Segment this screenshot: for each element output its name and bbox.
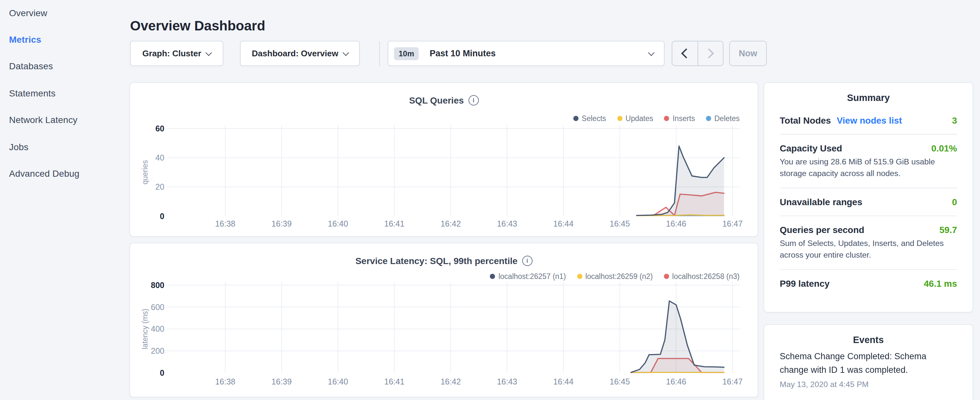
svg-text:16:40: 16:40 — [328, 377, 348, 386]
sidebar-nav: Overview Metrics Databases Statements Ne… — [0, 0, 129, 400]
svg-text:800: 800 — [151, 280, 164, 290]
sql-queries-chart: 16:3816:3916:4016:4116:4216:4316:4416:45… — [130, 83, 758, 236]
sidebar-item-network-latency[interactable]: Network Latency — [9, 115, 78, 125]
graph-dropdown-label: Graph: Cluster — [142, 49, 201, 58]
svg-text:60: 60 — [155, 124, 164, 133]
event-message: Schema Change Completed: Schema change w… — [780, 350, 957, 377]
series-Selects — [637, 146, 724, 216]
summary-label: Queries per second — [780, 225, 864, 235]
now-button[interactable]: Now — [729, 41, 767, 66]
sidebar-item-advanced-debug[interactable]: Advanced Debug — [9, 168, 80, 178]
dashboard-dropdown[interactable]: Dashboard: Overview — [240, 41, 360, 66]
sidebar-item-databases[interactable]: Databases — [9, 61, 53, 71]
svg-text:200: 200 — [151, 346, 164, 355]
svg-text:16:45: 16:45 — [609, 377, 630, 386]
summary-description: You are using 28.6 MiB of 515.9 GiB usab… — [780, 157, 957, 179]
svg-text:0: 0 — [160, 212, 164, 221]
chevron-right-icon — [704, 48, 714, 58]
sidebar-item-statements[interactable]: Statements — [9, 88, 56, 98]
time-back-button[interactable] — [672, 41, 697, 65]
service-latency-chart: 16:3816:3916:4016:4116:4216:4316:4416:45… — [130, 243, 758, 397]
summary-row-p99-latency: P99 latency 46.1 ms — [780, 269, 957, 297]
time-range-selector[interactable]: 10m Past 10 Minutes — [388, 41, 665, 66]
svg-text:16:44: 16:44 — [553, 219, 574, 228]
dashboard-dropdown-label: Dashboard: Overview — [252, 49, 338, 58]
summary-label: Unavailable ranges — [780, 197, 862, 207]
svg-text:400: 400 — [151, 324, 164, 333]
chevron-left-icon — [681, 48, 691, 58]
summary-row-total-nodes: Total Nodes View nodes list 3 — [780, 107, 957, 134]
event-timestamp: May 13, 2020 at 4:45 PM — [780, 380, 957, 389]
svg-text:16:39: 16:39 — [272, 377, 292, 386]
svg-text:16:41: 16:41 — [384, 377, 405, 386]
time-range-badge: 10m — [394, 47, 418, 60]
events-title: Events — [780, 335, 957, 345]
svg-text:16:44: 16:44 — [553, 377, 574, 386]
graph-dropdown[interactable]: Graph: Cluster — [130, 41, 223, 66]
svg-text:600: 600 — [151, 303, 164, 312]
svg-text:16:47: 16:47 — [722, 377, 743, 386]
svg-text:latency (ms): latency (ms) — [141, 309, 149, 349]
svg-text:16:40: 16:40 — [328, 219, 348, 228]
time-range-label: Past 10 Minutes — [430, 49, 496, 58]
svg-text:16:42: 16:42 — [441, 219, 461, 228]
service-latency-chart-card: Service Latency: SQL, 99th percentile i … — [130, 243, 758, 397]
toolbar-divider — [379, 41, 380, 66]
svg-text:16:42: 16:42 — [441, 377, 461, 386]
time-pager — [672, 41, 724, 66]
svg-text:40: 40 — [155, 153, 164, 162]
summary-title: Summary — [780, 92, 957, 103]
chevron-down-icon — [205, 49, 212, 56]
summary-label: Capacity Used — [780, 143, 842, 153]
summary-value: 59.7 — [940, 225, 957, 235]
events-panel: Events Schema Change Completed: Schema c… — [764, 325, 972, 400]
chevron-down-icon — [648, 49, 654, 56]
svg-text:16:45: 16:45 — [609, 219, 630, 228]
svg-text:0: 0 — [160, 368, 164, 377]
db-console-screen: Overview Metrics Databases Statements Ne… — [0, 0, 980, 400]
chevron-down-icon — [343, 49, 349, 56]
summary-label: P99 latency — [780, 279, 830, 289]
page-title: Overview Dashboard — [130, 18, 265, 33]
summary-value: 3 — [952, 115, 957, 126]
svg-text:16:39: 16:39 — [272, 219, 292, 228]
sidebar-item-overview[interactable]: Overview — [9, 8, 47, 18]
svg-text:16:38: 16:38 — [215, 219, 235, 228]
svg-text:queries: queries — [141, 160, 149, 185]
svg-text:16:47: 16:47 — [722, 219, 743, 228]
sidebar-item-metrics[interactable]: Metrics — [9, 34, 41, 45]
summary-panel: Summary Total Nodes View nodes list 3 Ca… — [764, 83, 972, 312]
time-forward-button[interactable] — [697, 41, 723, 65]
series-localhost:26257 (n1) — [631, 301, 724, 373]
view-nodes-list-link[interactable]: View nodes list — [837, 115, 902, 126]
svg-text:16:41: 16:41 — [384, 219, 405, 228]
axis-labels: 16:3816:3916:4016:4116:4216:4316:4416:45… — [141, 124, 743, 228]
summary-label: Total Nodes — [780, 115, 831, 126]
svg-text:16:46: 16:46 — [666, 219, 687, 228]
svg-text:20: 20 — [155, 182, 164, 191]
summary-value: 46.1 ms — [924, 279, 957, 289]
summary-row-queries-per-second: Queries per second 59.7 Sum of Selects, … — [780, 215, 957, 269]
gridlines — [167, 125, 740, 216]
summary-row-unavailable-ranges: Unavailable ranges 0 — [780, 188, 957, 215]
svg-text:16:43: 16:43 — [497, 377, 517, 386]
sql-queries-chart-card: SQL Queries i SelectsUpdatesInsertsDelet… — [130, 83, 758, 236]
svg-text:16:43: 16:43 — [497, 219, 517, 228]
summary-value: 0.01% — [931, 143, 957, 153]
summary-description: Sum of Selects, Updates, Inserts, and De… — [780, 238, 957, 261]
sidebar-item-jobs[interactable]: Jobs — [9, 142, 29, 152]
summary-row-capacity-used: Capacity Used 0.01% You are using 28.6 M… — [780, 134, 957, 188]
svg-text:16:46: 16:46 — [666, 377, 687, 386]
summary-value: 0 — [952, 197, 957, 207]
svg-text:16:38: 16:38 — [215, 377, 235, 386]
